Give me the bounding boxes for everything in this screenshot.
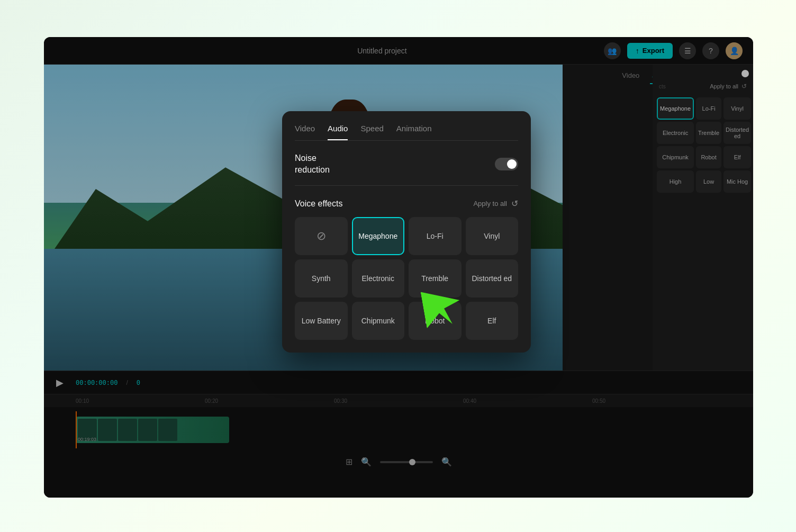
- modal-tab-speed[interactable]: Speed: [360, 124, 383, 140]
- noise-labels: Noise reduction: [295, 154, 330, 175]
- effect-vinyl[interactable]: Vinyl: [466, 217, 519, 255]
- effect-elf[interactable]: Elf: [466, 302, 519, 340]
- modal-effects-grid: ⊘ Megaphone Lo-Fi Vinyl Synth Electronic…: [295, 217, 518, 340]
- effect-chipmunk[interactable]: Chipmunk: [352, 302, 405, 340]
- noise-reduction-toggle[interactable]: [495, 158, 518, 170]
- audio-modal: Video Audio Speed Animation Noise reduct…: [282, 111, 531, 353]
- noise-sub-label: reduction: [295, 165, 330, 175]
- modal-tab-animation[interactable]: Animation: [396, 124, 432, 140]
- effect-lofi[interactable]: Lo-Fi: [409, 217, 462, 255]
- none-icon: ⊘: [316, 229, 326, 244]
- effect-tremble[interactable]: Tremble: [409, 259, 462, 297]
- effect-synth[interactable]: Synth: [295, 259, 348, 297]
- noise-reduction-section: Noise reduction: [295, 154, 518, 186]
- effect-none[interactable]: ⊘: [295, 217, 348, 255]
- toggle-thumb: [507, 159, 517, 169]
- voice-effects-header: Voice effects Apply to all ↺: [295, 199, 518, 209]
- modal-tabs: Video Audio Speed Animation: [295, 124, 518, 141]
- noise-row: Noise reduction: [295, 154, 518, 175]
- apply-all-button[interactable]: Apply to all: [473, 200, 507, 208]
- effect-distorted[interactable]: Distorted ed: [466, 259, 519, 297]
- modal-overlay: Video Audio Speed Animation Noise reduct…: [44, 37, 753, 498]
- effect-megaphone[interactable]: Megaphone: [352, 217, 405, 255]
- modal-tab-video[interactable]: Video: [295, 124, 315, 140]
- app-window: Untitled project 👥 Export ☰ ? 👤 Video Au…: [44, 37, 753, 498]
- voice-effects-label: Voice effects: [295, 199, 342, 209]
- modal-tab-audio[interactable]: Audio: [328, 124, 348, 140]
- voice-effects-section: Voice effects Apply to all ↺ ⊘ Megaphone…: [295, 199, 518, 340]
- noise-label: Noise: [295, 154, 330, 163]
- voice-controls: Apply to all ↺: [473, 199, 518, 209]
- reset-button[interactable]: ↺: [511, 199, 518, 209]
- effect-lowbattery[interactable]: Low Battery: [295, 302, 348, 340]
- effect-electronic[interactable]: Electronic: [352, 259, 405, 297]
